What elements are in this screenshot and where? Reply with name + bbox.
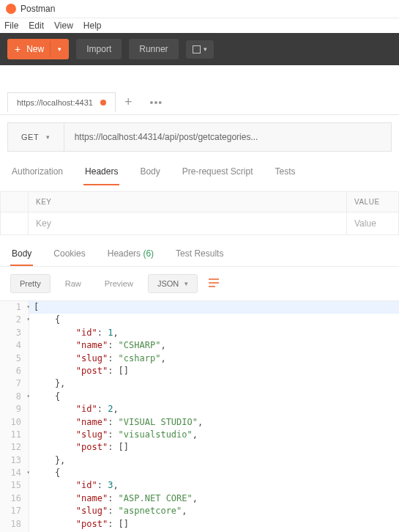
runner-button[interactable]: Runner [129, 39, 178, 59]
code-line: 6 "post": [] [0, 365, 399, 377]
value-column-header: VALUE [347, 192, 398, 212]
plus-icon: + [7, 39, 25, 59]
chevron-down-icon: ▾ [46, 133, 51, 141]
code-line: 1▾[ [0, 301, 399, 314]
code-line: 3 "id": 1, [0, 327, 399, 339]
code-line: 13 }, [0, 454, 399, 467]
code-line: 17 "slug": "aspnetcore", [0, 505, 399, 517]
code-line: 5 "slug": "csharp", [0, 352, 399, 365]
code-line: 16 "name": "ASP.NET CORE", [0, 492, 399, 505]
value-input[interactable]: Value [347, 213, 398, 234]
format-select[interactable]: JSON ▾ [148, 274, 198, 293]
headers-table-head: KEY VALUE [0, 191, 399, 213]
code-line: 10 "name": "VISUAL STUDIO", [0, 416, 399, 429]
method-value: GET [21, 133, 39, 141]
resp-tab-cookies[interactable]: Cookies [52, 243, 86, 266]
preview-button[interactable]: Preview [96, 275, 142, 292]
window-icon [193, 45, 201, 53]
pretty-button[interactable]: Pretty [10, 274, 51, 293]
method-select[interactable]: GET ▾ [8, 123, 64, 151]
tab-authorization[interactable]: Authorization [10, 159, 64, 185]
new-button[interactable]: + New ▾ [7, 39, 69, 59]
row-checkbox[interactable] [1, 213, 29, 234]
new-label: New [25, 40, 50, 59]
check-column [1, 192, 29, 212]
code-line: 9 "id": 2, [0, 403, 399, 415]
wrap-icon[interactable] [204, 275, 224, 293]
code-line: 11 "slug": "visualstudio", [0, 429, 399, 441]
menu-edit[interactable]: Edit [29, 21, 44, 31]
chevron-down-icon[interactable]: ▾ [50, 41, 69, 57]
view-bar: Pretty Raw Preview JSON ▾ [0, 267, 399, 300]
resp-tab-body[interactable]: Body [10, 243, 33, 266]
chevron-down-icon: ▾ [184, 280, 188, 287]
tab-tests[interactable]: Tests [273, 159, 297, 185]
tab-prerequest[interactable]: Pre-request Script [181, 159, 255, 185]
postman-logo-icon [6, 4, 16, 14]
chevron-down-icon: ▾ [204, 45, 207, 53]
request-bar: GET ▾ https://localhost:44314/api/post/g… [7, 122, 392, 152]
key-input[interactable]: Key [29, 213, 347, 234]
app-title: Postman [20, 4, 55, 14]
key-column-header: KEY [29, 192, 347, 212]
titlebar: Postman [0, 0, 399, 18]
code-line: 7 }, [0, 377, 399, 390]
resp-tab-tests[interactable]: Test Results [174, 243, 225, 266]
resp-headers-count: (6) [143, 248, 154, 259]
headers-table: KEY VALUE Key Value [0, 191, 399, 235]
menu-help[interactable]: Help [83, 21, 102, 31]
unsaved-dot-icon [100, 100, 106, 106]
code-line: 14▾ { [0, 467, 399, 479]
response-tabs: Body Cookies Headers (6) Test Results [0, 235, 399, 267]
url-input[interactable]: https://localhost:44314/api/post/getcate… [64, 123, 391, 151]
code-line: 4 "name": "CSHARP", [0, 339, 399, 352]
headers-row-empty[interactable]: Key Value [0, 213, 399, 235]
code-line: 12 "post": [] [0, 441, 399, 454]
tabrow: https://localhost:4431 + ••• [0, 65, 399, 115]
window-button[interactable]: ▾ [186, 40, 214, 59]
raw-button[interactable]: Raw [56, 275, 90, 292]
import-button[interactable]: Import [76, 39, 122, 59]
code-line: 8▾ { [0, 391, 399, 403]
resp-headers-label: Headers [108, 248, 141, 259]
code-line: 15 "id": 3, [0, 479, 399, 492]
tab-more-button[interactable]: ••• [141, 92, 171, 113]
menubar: File Edit View Help [0, 18, 399, 33]
menu-file[interactable]: File [4, 21, 18, 31]
request-tab[interactable]: https://localhost:4431 [7, 92, 116, 112]
tab-body[interactable]: Body [138, 159, 161, 185]
response-body[interactable]: 1▾[2▾ {3 "id": 1,4 "name": "CSHARP",5 "s… [0, 300, 399, 532]
menu-view[interactable]: View [54, 21, 73, 31]
request-tabs: Authorization Headers Body Pre-request S… [0, 159, 399, 185]
topbar: + New ▾ Import Runner ▾ [0, 33, 399, 65]
code-line: 18 "post": [] [0, 518, 399, 531]
add-tab-button[interactable]: + [116, 90, 141, 114]
code-line: 2▾ { [0, 314, 399, 326]
tab-label: https://localhost:4431 [17, 98, 93, 107]
tab-headers[interactable]: Headers [83, 159, 119, 185]
resp-tab-headers[interactable]: Headers (6) [106, 243, 155, 266]
format-value: JSON [157, 279, 179, 288]
